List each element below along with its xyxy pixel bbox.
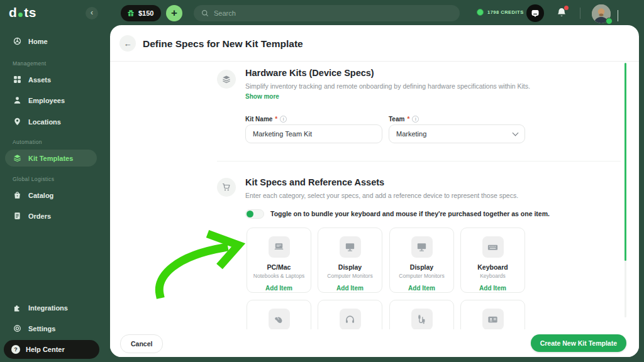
page-title: Define Specs for New Kit Template: [143, 38, 303, 50]
category-card-display-1: Display Computer Monitors Add Item: [318, 228, 382, 293]
grid-icon: [13, 75, 21, 84]
logo-text-right: ts: [24, 5, 36, 20]
back-button[interactable]: ←: [119, 35, 136, 52]
sidebar-item-label: Integrations: [28, 304, 68, 312]
section-title-kit-specs: Kit Specs and Reference Assets: [245, 177, 384, 187]
info-icon: [412, 116, 419, 123]
sidebar-section-global-logistics: Global Logistics: [13, 176, 54, 182]
scrollbar-thumb[interactable]: [625, 63, 626, 261]
team-label: Team*: [389, 116, 419, 123]
balance-pill[interactable]: $150: [121, 5, 161, 21]
kit-name-value: Marketing Team Kit: [253, 130, 312, 138]
category-card-display-2: Display Computer Monitors Add Item: [389, 228, 454, 293]
category-name: Display: [410, 263, 433, 271]
balance-amount: $150: [138, 9, 153, 17]
home-icon: [13, 37, 21, 45]
sidebar-item-label: Locations: [28, 118, 61, 126]
sidebar-item-help-center[interactable]: Help Center: [4, 340, 99, 359]
add-item-button[interactable]: Add Item: [265, 285, 292, 292]
sidebar-item-home[interactable]: Home: [5, 33, 97, 50]
layers-icon: [13, 154, 21, 162]
laptop-icon: [269, 236, 290, 258]
sidebar-item-settings[interactable]: Settings: [5, 320, 97, 337]
kit-specs-section-icon: [217, 178, 236, 197]
notifications-button[interactable]: [555, 6, 568, 19]
gift-icon: [127, 9, 135, 17]
topbar-separator: [580, 8, 580, 19]
sidebar-item-label: Kit Templates: [28, 155, 73, 162]
add-item-button[interactable]: Add Item: [479, 285, 506, 292]
gear-icon: [13, 324, 21, 332]
sidebar-item-label: Settings: [28, 325, 55, 332]
headphones-icon: [340, 309, 361, 330]
chat-icon: [531, 9, 540, 18]
sidebar-item-integrations[interactable]: Integrations: [5, 299, 97, 316]
category-name: Display: [338, 263, 362, 271]
profile-menu-button[interactable]: [618, 10, 618, 21]
info-icon: [280, 116, 287, 123]
sidebar-item-label: Orders: [28, 212, 51, 220]
online-status-dot: [606, 18, 613, 25]
section-title-hardware-kits: Hardware Kits (Device Specs): [245, 68, 374, 78]
dots-logo: d ts: [9, 5, 36, 20]
sidebar-item-label: Help Center: [26, 346, 65, 353]
sidebar-item-label: Catalog: [28, 192, 53, 199]
create-kit-template-button[interactable]: Create New Kit Template: [531, 334, 626, 352]
keyboard-icon: [482, 236, 504, 258]
question-icon: [11, 345, 20, 354]
category-subtitle: Notebooks & Laptops: [253, 273, 304, 279]
notification-badge: [564, 6, 569, 10]
toggle-description: Toggle on to bundle your keyboard and mo…: [270, 210, 550, 217]
credits-text: 1798 CREDITS: [487, 9, 524, 15]
add-item-button[interactable]: Add Item: [336, 285, 364, 292]
sidebar-section-automation: Automation: [13, 139, 42, 145]
cancel-button[interactable]: Cancel: [120, 334, 163, 353]
sidebar-item-locations[interactable]: Locations: [5, 113, 97, 130]
sidebar-item-catalog[interactable]: Catalog: [5, 187, 97, 204]
hardware-kits-section-icon: [217, 70, 236, 89]
sidebar-item-assets[interactable]: Assets: [5, 71, 97, 88]
sidebar-item-label: Assets: [28, 76, 51, 84]
pin-icon: [13, 118, 21, 126]
sidebar-collapse-button[interactable]: [86, 7, 98, 19]
chevron-down-icon: [618, 10, 618, 21]
search-placeholder: Search: [214, 9, 236, 17]
person-icon: [13, 96, 21, 104]
sidebar-item-employees[interactable]: Employees: [5, 92, 97, 109]
category-name: PC/Mac: [267, 263, 291, 271]
layers-icon: [222, 75, 231, 84]
coin-icon: [477, 9, 484, 16]
cables-icon: [411, 309, 433, 330]
kit-name-field[interactable]: Marketing Team Kit: [245, 124, 382, 143]
page-header: ← Define Specs for New Kit Template: [110, 25, 639, 62]
messages-button[interactable]: [526, 4, 544, 22]
sidebar-item-label: Home: [28, 38, 48, 45]
category-card-keyboard: Keyboard Keyboards Add Item: [460, 228, 525, 293]
logo-text-left: d: [9, 5, 17, 20]
sidebar-item-kit-templates[interactable]: Kit Templates: [5, 150, 97, 167]
add-button[interactable]: +: [166, 5, 182, 21]
bundle-toggle[interactable]: [245, 209, 264, 219]
monitor-icon: [411, 236, 433, 258]
section-description: Enter each category, select your specs, …: [245, 192, 518, 199]
category-subtitle: Computer Monitors: [399, 273, 444, 279]
credits-badge[interactable]: 1798 CREDITS: [477, 9, 524, 16]
plus-icon: +: [171, 7, 177, 19]
kit-name-label: Kit Name*: [245, 116, 287, 123]
scrollbar-track[interactable]: [625, 63, 626, 317]
chevron-down-icon: [513, 130, 519, 136]
section-divider: [217, 161, 621, 162]
search-icon: [201, 9, 209, 17]
add-item-button[interactable]: Add Item: [408, 285, 435, 292]
team-select[interactable]: Marketing: [389, 124, 525, 143]
sidebar-item-orders[interactable]: Orders: [5, 207, 97, 224]
category-subtitle: Keyboards: [480, 273, 506, 279]
logo-dot-icon: [18, 13, 23, 17]
search-input[interactable]: Search: [194, 5, 460, 21]
back-arrow-icon: ←: [124, 39, 132, 48]
sidebar-item-label: Employees: [28, 97, 65, 104]
category-name: Keyboard: [477, 263, 508, 271]
puzzle-icon: [13, 304, 21, 312]
badge-icon: [482, 309, 504, 330]
show-more-link[interactable]: Show more: [245, 93, 279, 100]
